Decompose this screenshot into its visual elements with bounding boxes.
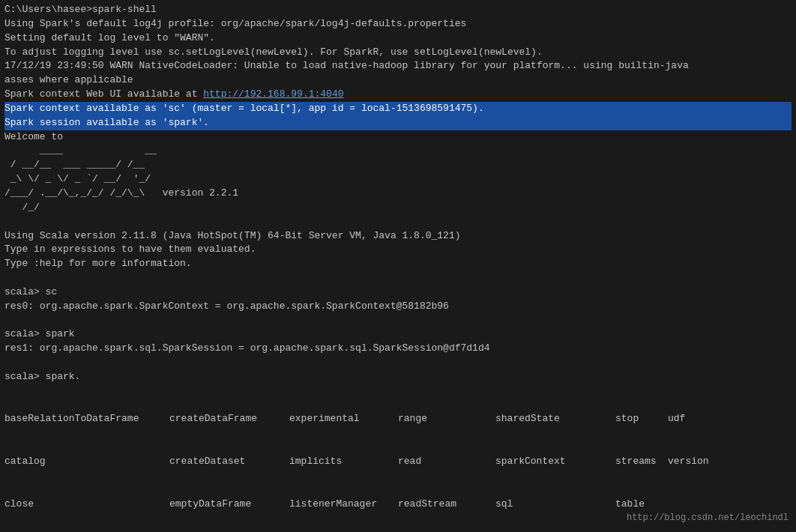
type-help-line: Type :help for more information. [4,257,792,271]
logo-line3: _\ \/ _ \/ _ `/ __/ '_/ [4,172,792,187]
type-expressions-line: Type in expressions to have them evaluat… [4,243,792,257]
spark-prompt: scala> spark [4,327,792,342]
terminal-window: C:\Users\hasee>spark-shell Using Spark's… [0,0,796,532]
spark-result: res1: org.apache.spark.sql.SparkSession … [4,342,792,356]
blank1 [4,215,792,229]
spark-logo: ____ __ / __/__ ___ _____/ /__ _\ \/ _ \… [4,144,792,214]
watermark: http://blog.csdn.net/leochindl [627,513,789,523]
sc-result: res0: org.apache.spark.SparkContext = or… [4,300,792,314]
log4j-line: Using Spark's default log4j profile: org… [4,17,792,31]
adjust-line: To adjust logging level use sc.setLogLev… [4,46,792,60]
spark-dot-prompt: scala> spark. [4,370,792,384]
logo-line4: /___/ .__/\_,_/_/ /_/\_\ version 2.2.1 [4,187,792,201]
welcome-line: Welcome to [4,130,792,145]
logo-line5: /_/ [4,201,792,215]
webui-link[interactable]: http://192.168.99.1:4040 [203,88,343,100]
cmd-line: C:\Users\hasee>spark-shell [4,3,792,17]
loglevel-line: Setting default log level to "WARN". [4,31,792,46]
blank3 [4,314,792,328]
tab-row-1: baseRelationToDataFramecreateDataFrameex… [4,412,792,426]
tab-completion-table: baseRelationToDataFramecreateDataFrameex… [4,384,792,532]
tab-row-3: closeemptyDataFramelistenerManagerreadSt… [4,498,792,512]
asses-line: asses where applicable [4,73,792,88]
webui-line: Spark context Web UI available at http:/… [4,88,792,102]
blank4 [4,356,792,370]
tab-row-2: catalogcreateDatasetimplicitsreadsparkCo… [4,455,792,469]
logo-line2: / __/__ ___ _____/ /__ [4,158,792,172]
logo-line1: ____ __ [4,144,792,158]
spark-session-line: Spark session available as 'spark'. [4,116,792,130]
blank2 [4,271,792,285]
scala-version-line: Using Scala version 2.11.8 (Java HotSpot… [4,229,792,244]
sc-prompt: scala> sc [4,285,792,300]
warn-line: 17/12/19 23:49:50 WARN NativeCodeLoader:… [4,59,792,73]
sc-available-line: Spark context available as 'sc' (master … [4,102,792,116]
